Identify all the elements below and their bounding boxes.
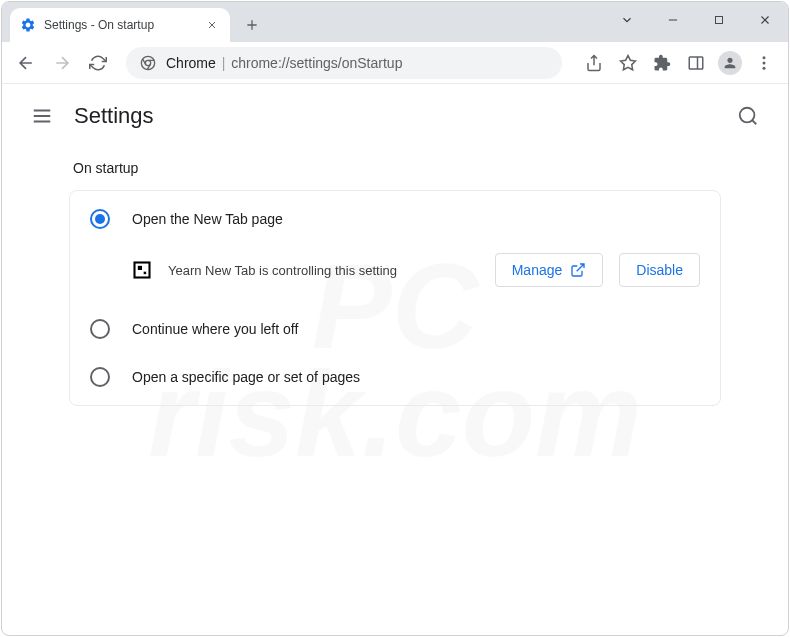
manage-button-label: Manage (512, 262, 563, 278)
svg-rect-14 (138, 266, 142, 270)
page-title: Settings (74, 103, 154, 129)
extensions-icon[interactable] (646, 47, 678, 79)
notice-text: Yearn New Tab is controlling this settin… (168, 263, 479, 278)
svg-point-10 (763, 61, 766, 64)
reload-button[interactable] (82, 47, 114, 79)
startup-options-card: Open the New Tab page Yearn New Tab is c… (69, 190, 721, 406)
gear-icon (20, 17, 36, 33)
svg-rect-7 (689, 57, 703, 69)
browser-tab[interactable]: Settings - On startup (10, 8, 230, 42)
side-panel-icon[interactable] (680, 47, 712, 79)
section-title: On startup (69, 160, 721, 176)
profile-avatar[interactable] (714, 47, 746, 79)
extension-app-icon (132, 260, 152, 280)
option-label: Open a specific page or set of pages (132, 369, 360, 385)
titlebar: Settings - On startup (2, 2, 788, 42)
disable-button-label: Disable (636, 262, 683, 278)
svg-point-11 (763, 66, 766, 69)
extension-notice: Yearn New Tab is controlling this settin… (70, 243, 720, 305)
svg-rect-0 (716, 17, 723, 24)
chevron-down-icon[interactable] (604, 2, 650, 38)
minimize-button[interactable] (650, 2, 696, 38)
option-label: Open the New Tab page (132, 211, 283, 227)
search-icon[interactable] (728, 96, 768, 136)
radio-selected-icon (90, 209, 110, 229)
new-tab-button[interactable] (238, 11, 266, 39)
disable-button[interactable]: Disable (619, 253, 700, 287)
bookmark-star-icon[interactable] (612, 47, 644, 79)
browser-toolbar: Chrome | chrome://settings/onStartup (2, 42, 788, 84)
maximize-button[interactable] (696, 2, 742, 38)
option-continue[interactable]: Continue where you left off (70, 305, 720, 353)
omnibox-text: Chrome | chrome://settings/onStartup (166, 55, 402, 71)
svg-point-9 (763, 56, 766, 59)
open-external-icon (570, 262, 586, 278)
settings-content: PCrisk.com Settings On startup Open the … (2, 84, 788, 635)
share-icon[interactable] (578, 47, 610, 79)
close-window-button[interactable] (742, 2, 788, 38)
tab-title: Settings - On startup (44, 18, 204, 32)
kebab-menu-icon[interactable] (748, 47, 780, 79)
radio-unselected-icon (90, 319, 110, 339)
back-button[interactable] (10, 47, 42, 79)
address-bar[interactable]: Chrome | chrome://settings/onStartup (126, 47, 562, 79)
manage-button[interactable]: Manage (495, 253, 604, 287)
svg-point-12 (740, 108, 755, 123)
option-new-tab[interactable]: Open the New Tab page (70, 195, 720, 243)
option-label: Continue where you left off (132, 321, 298, 337)
svg-rect-15 (144, 272, 147, 275)
forward-button[interactable] (46, 47, 78, 79)
svg-marker-6 (621, 55, 636, 69)
option-specific-pages[interactable]: Open a specific page or set of pages (70, 353, 720, 401)
close-tab-icon[interactable] (204, 17, 220, 33)
chrome-icon (140, 55, 156, 71)
hamburger-menu-icon[interactable] (22, 96, 62, 136)
radio-unselected-icon (90, 367, 110, 387)
